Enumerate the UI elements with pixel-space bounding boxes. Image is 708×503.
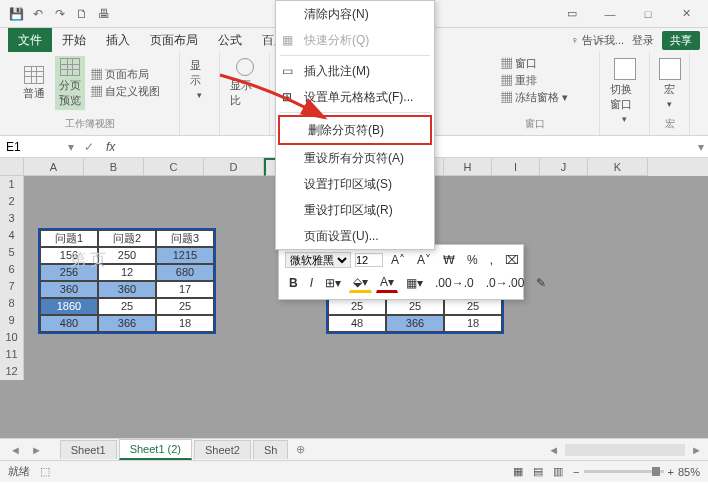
new-icon[interactable]: 🗋 [74, 6, 90, 22]
italic-icon[interactable]: I [306, 274, 317, 292]
macro-button[interactable]: 宏▾ [655, 56, 685, 111]
table-cell[interactable]: 1860 [40, 298, 98, 315]
redo-icon[interactable]: ↷ [52, 6, 68, 22]
new-sheet-button[interactable]: ⊕ [290, 443, 311, 456]
table-cell[interactable]: 18 [444, 315, 502, 332]
fill-color-icon[interactable]: ⬙▾ [349, 273, 372, 293]
table-cell[interactable]: 1215 [156, 247, 214, 264]
sheet-tab[interactable]: Sheet2 [194, 440, 251, 459]
table-cell[interactable]: 256 [40, 264, 98, 281]
custom-view-button[interactable]: ▦ 自定义视图 [91, 84, 160, 99]
pagelayout-view-button[interactable]: ▦ 页面布局 [91, 67, 160, 82]
row-header[interactable]: 4 [0, 227, 24, 244]
col-header[interactable]: D [204, 158, 264, 176]
menu-delete-page-break[interactable]: 删除分页符(B) [278, 115, 432, 145]
col-header[interactable]: K [588, 158, 648, 176]
freeze-panes-button[interactable]: ▦ 冻结窗格 ▾ [501, 90, 568, 105]
col-header[interactable]: A [24, 158, 84, 176]
view-normal-icon[interactable]: ▦ [513, 465, 523, 478]
table-cell[interactable]: 12 [98, 264, 156, 281]
close-icon[interactable]: ✕ [668, 2, 704, 26]
tab-formula[interactable]: 公式 [208, 28, 252, 52]
fontsize-input[interactable] [355, 253, 383, 267]
undo-icon[interactable]: ↶ [30, 6, 46, 22]
tab-start[interactable]: 开始 [52, 28, 96, 52]
row-header[interactable]: 7 [0, 278, 24, 295]
table-cell[interactable]: 480 [40, 315, 98, 332]
table-cell[interactable]: 360 [98, 281, 156, 298]
select-all-corner[interactable] [0, 158, 24, 176]
row-header[interactable]: 2 [0, 193, 24, 210]
horizontal-scrollbar[interactable] [565, 444, 685, 456]
row-header[interactable]: 8 [0, 295, 24, 312]
col-header[interactable]: J [540, 158, 588, 176]
table-cell[interactable]: 360 [40, 281, 98, 298]
row-header[interactable]: 11 [0, 346, 24, 363]
percent-icon[interactable]: % [463, 251, 482, 269]
ribbon-min-icon[interactable]: ▭ [554, 2, 590, 26]
view-pagebreak-icon[interactable]: ▥ [553, 465, 563, 478]
col-header[interactable]: C [144, 158, 204, 176]
pagebreak-preview-button[interactable]: 分页 预览 [55, 56, 85, 110]
row-header[interactable]: 3 [0, 210, 24, 227]
table-cell[interactable]: 25 [98, 298, 156, 315]
minimize-icon[interactable]: — [592, 2, 628, 26]
table-cell[interactable]: 18 [156, 315, 214, 332]
hscroll-left-icon[interactable]: ◄ [548, 444, 559, 456]
fx-button[interactable]: fx [100, 140, 121, 154]
sheet-nav-next[interactable]: ► [27, 444, 46, 456]
sheet-tab-active[interactable]: Sheet1 (2) [119, 439, 192, 460]
menu-page-setup[interactable]: 页面设置(U)... [276, 223, 434, 249]
menu-format-cells[interactable]: ⊞设置单元格格式(F)... [276, 84, 434, 110]
table-cell[interactable]: 366 [386, 315, 444, 332]
zoom-slider[interactable] [584, 470, 664, 473]
menu-set-print-area[interactable]: 设置打印区域(S) [276, 171, 434, 197]
row-header[interactable]: 6 [0, 261, 24, 278]
format-icon[interactable]: ✎ [532, 274, 550, 292]
show-button[interactable]: 显示▾ [186, 56, 213, 102]
merge-icon[interactable]: ▦▾ [402, 274, 427, 292]
zoom-in-button[interactable]: + [668, 466, 674, 478]
share-button[interactable]: 共享 [662, 31, 700, 50]
tell-me[interactable]: ♀ 告诉我... [571, 33, 624, 48]
menu-clear-contents[interactable]: 清除内容(N) [276, 1, 434, 27]
menu-reset-print-area[interactable]: 重设打印区域(R) [276, 197, 434, 223]
name-box[interactable] [4, 138, 64, 156]
row-header[interactable]: 1 [0, 176, 24, 193]
row-header[interactable]: 5 [0, 244, 24, 261]
login-button[interactable]: 登录 [632, 33, 654, 48]
decrease-font-icon[interactable]: A˅ [413, 251, 435, 269]
row-header[interactable]: 10 [0, 329, 24, 346]
comma-icon[interactable]: , [486, 251, 497, 269]
table-cell[interactable]: 366 [98, 315, 156, 332]
table-cell[interactable]: 25 [386, 298, 444, 315]
table-cell[interactable]: 680 [156, 264, 214, 281]
save-icon[interactable]: 💾 [8, 6, 24, 22]
bold-icon[interactable]: B [285, 274, 302, 292]
format-painter-icon[interactable]: ⌧ [501, 251, 523, 269]
col-header[interactable]: H [444, 158, 492, 176]
zoom-button[interactable]: 显示比 [226, 56, 263, 110]
zoom-out-button[interactable]: − [573, 466, 579, 478]
switch-window-button[interactable]: 切换窗口▾ [606, 56, 643, 126]
table-cell[interactable]: 25 [156, 298, 214, 315]
tab-file[interactable]: 文件 [8, 28, 52, 52]
font-select[interactable]: 微软雅黑 [285, 252, 351, 268]
col-header[interactable]: I [492, 158, 540, 176]
new-window-button[interactable]: ▦ 窗口 [501, 56, 537, 71]
arrange-button[interactable]: ▦ 重排 [501, 73, 537, 88]
table-cell[interactable]: 250 [98, 247, 156, 264]
border-icon[interactable]: ⊞▾ [321, 274, 345, 292]
table-cell[interactable]: 156 [40, 247, 98, 264]
col-header[interactable]: B [84, 158, 144, 176]
row-header[interactable]: 12 [0, 363, 24, 380]
table-cell[interactable]: 17 [156, 281, 214, 298]
maximize-icon[interactable]: □ [630, 2, 666, 26]
table-cell[interactable]: 25 [328, 298, 386, 315]
table-cell[interactable]: 48 [328, 315, 386, 332]
print-icon[interactable]: 🖶 [96, 6, 112, 22]
normal-view-button[interactable]: 普通 [19, 64, 49, 103]
increase-font-icon[interactable]: A˄ [387, 251, 409, 269]
view-pagelayout-icon[interactable]: ▤ [533, 465, 543, 478]
font-color-icon[interactable]: A▾ [376, 273, 398, 293]
